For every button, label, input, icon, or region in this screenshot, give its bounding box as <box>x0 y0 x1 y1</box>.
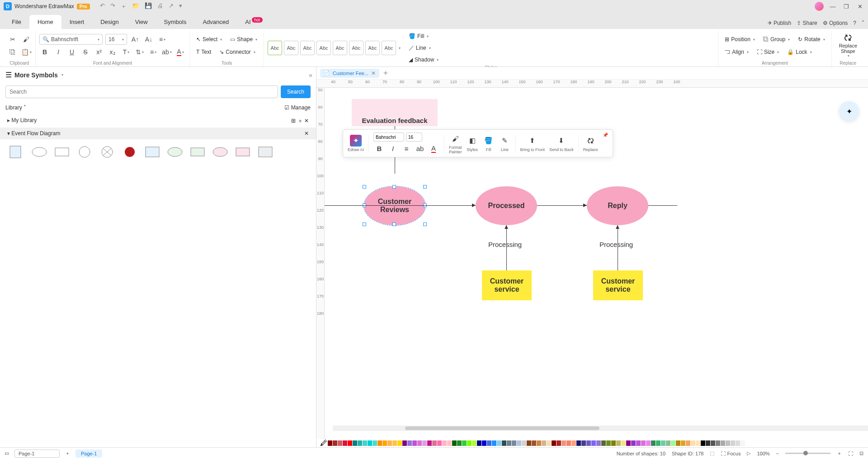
format-painter-icon[interactable]: 🖌 <box>21 34 32 45</box>
color-swatch[interactable] <box>681 440 685 446</box>
paste-icon[interactable]: 📋▾ <box>21 47 32 57</box>
document-tab[interactable]: 📄 Customer Fee... ✕ <box>320 69 379 78</box>
color-swatch[interactable] <box>417 440 422 446</box>
tab-view[interactable]: View <box>127 15 156 29</box>
shape-button[interactable]: ▭ Shape▾ <box>227 34 260 45</box>
my-library-item[interactable]: ▸ My Library ⊞ ＋ ✕ <box>0 114 316 128</box>
color-swatch[interactable] <box>467 440 472 446</box>
color-swatch[interactable] <box>661 440 665 446</box>
color-swatch[interactable] <box>382 440 387 446</box>
size-button[interactable]: ⛶ Size▾ <box>754 47 782 57</box>
color-swatch[interactable] <box>343 440 347 446</box>
redo-icon[interactable]: ↷ <box>110 2 115 10</box>
canvas[interactable]: Evaluation feedback Customer Reviews Pro… <box>325 88 868 431</box>
tab-insert[interactable]: Insert <box>61 15 93 29</box>
color-swatch[interactable] <box>651 440 656 446</box>
color-swatch[interactable] <box>601 440 606 446</box>
publish-button[interactable]: ✈ Publish <box>768 20 792 26</box>
superscript-icon[interactable]: x² <box>94 47 104 57</box>
replace-shape-button[interactable]: 🗘 Replace Shape ▾ <box>835 31 861 61</box>
subscript-icon[interactable]: x₂ <box>107 47 118 57</box>
focus-button[interactable]: ⛶ Focus <box>721 451 741 456</box>
maximize-icon[interactable]: ❐ <box>842 3 851 10</box>
page-tab[interactable]: Page-1 <box>75 450 102 458</box>
color-swatch[interactable] <box>656 440 660 446</box>
ctx-font-name[interactable] <box>373 132 404 142</box>
manage-button[interactable]: ☑ Manage <box>284 104 311 111</box>
color-swatch[interactable] <box>477 440 481 446</box>
shape-red-circle[interactable] <box>120 144 139 160</box>
save-icon[interactable]: 💾 <box>145 2 152 10</box>
bring-front-icon[interactable]: ⬆ <box>527 135 538 147</box>
fullscreen-icon[interactable]: ⊡ <box>859 450 863 456</box>
shape-blue-rect[interactable] <box>143 144 162 160</box>
color-swatch[interactable] <box>736 440 740 446</box>
color-swatch[interactable] <box>328 440 332 446</box>
search-button[interactable]: Search <box>281 85 311 98</box>
lock-button[interactable]: 🔒 Lock▾ <box>784 47 814 57</box>
color-swatch[interactable] <box>437 440 442 446</box>
tab-home[interactable]: Home <box>29 15 61 29</box>
color-swatch[interactable] <box>606 440 611 446</box>
shape-circle[interactable] <box>75 144 94 160</box>
color-swatch[interactable] <box>636 440 641 446</box>
shape-rect[interactable] <box>52 144 71 160</box>
section-close-icon[interactable]: ✕ <box>304 130 309 137</box>
color-swatch[interactable] <box>616 440 621 446</box>
color-swatch[interactable] <box>373 440 377 446</box>
color-swatch[interactable] <box>353 440 357 446</box>
shape-green-ellipse[interactable] <box>165 144 184 160</box>
shape-pink-rect[interactable] <box>233 144 252 160</box>
font-color-icon[interactable]: A▾ <box>175 47 186 57</box>
style-thumb[interactable]: Abc <box>382 41 396 55</box>
color-swatch[interactable] <box>358 440 362 446</box>
group-button[interactable]: ⿻ Group▾ <box>760 34 793 45</box>
doc-close-icon[interactable]: ✕ <box>371 70 376 76</box>
open-icon[interactable]: 📁 <box>132 2 139 10</box>
tab-advanced[interactable]: Advanced <box>194 15 237 29</box>
color-swatch[interactable] <box>387 440 392 446</box>
color-swatch[interactable] <box>706 440 710 446</box>
close-icon[interactable]: ✕ <box>855 3 864 10</box>
connector-button[interactable]: ↘ Connector▾ <box>217 47 258 57</box>
font-size-input[interactable]: 16▾ <box>105 34 127 45</box>
color-swatch[interactable] <box>711 440 715 446</box>
ctx-italic-icon[interactable]: I <box>387 142 399 154</box>
tab-ai[interactable]: AIhot <box>237 15 271 29</box>
color-swatch[interactable] <box>691 440 695 446</box>
position-button[interactable]: ⊞ Position▾ <box>722 34 758 45</box>
style-thumb[interactable]: Abc <box>333 41 347 55</box>
export-icon[interactable]: ↗ <box>169 2 174 10</box>
color-swatch[interactable] <box>561 440 566 446</box>
color-swatch[interactable] <box>497 440 501 446</box>
color-swatch[interactable] <box>542 440 546 446</box>
color-swatch[interactable] <box>462 440 467 446</box>
color-swatch[interactable] <box>696 440 700 446</box>
color-swatch[interactable] <box>422 440 427 446</box>
font-name-input[interactable]: 🔍 Bahnschrift▾ <box>39 34 103 45</box>
color-swatch[interactable] <box>596 440 601 446</box>
style-more-icon[interactable]: ▾ <box>399 46 401 50</box>
tab-file[interactable]: File <box>4 15 29 29</box>
style-thumb[interactable]: Abc <box>268 41 282 55</box>
style-thumb[interactable]: Abc <box>300 41 315 55</box>
italic-icon[interactable]: I <box>53 47 64 57</box>
collapse-sidebar-icon[interactable]: « <box>309 71 312 79</box>
style-thumb[interactable]: Abc <box>284 41 298 55</box>
style-gallery[interactable]: Abc Abc Abc Abc Abc Abc Abc Abc ▾ 🪣 Fill… <box>268 31 714 65</box>
color-swatch[interactable] <box>447 440 452 446</box>
ctx-replace-icon[interactable]: 🗘 <box>585 135 596 147</box>
color-swatch[interactable] <box>407 440 412 446</box>
presentation-icon[interactable]: ▷ <box>747 450 750 456</box>
color-swatch[interactable] <box>701 440 705 446</box>
color-swatch[interactable] <box>557 440 561 446</box>
ctx-align-icon[interactable]: ≡ <box>401 142 412 154</box>
select-button[interactable]: ↖ Select▾ <box>193 34 225 45</box>
color-swatch[interactable] <box>716 440 720 446</box>
color-swatch[interactable] <box>507 440 511 446</box>
shape-cross-circle[interactable] <box>98 144 117 160</box>
color-swatch[interactable] <box>338 440 342 446</box>
rotate-button[interactable]: ↻ Rotate▾ <box>795 34 827 45</box>
color-swatch[interactable] <box>348 440 352 446</box>
cut-icon[interactable]: ✂ <box>7 34 18 45</box>
